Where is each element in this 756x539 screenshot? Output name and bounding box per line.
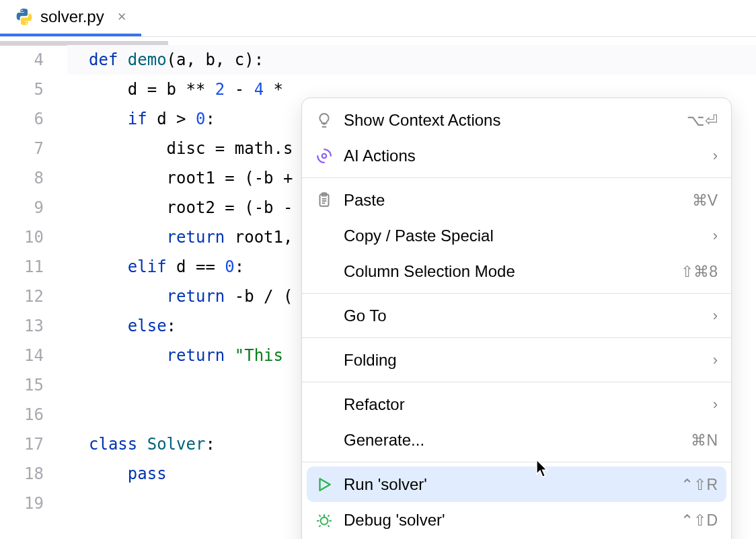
- line-number: 4: [0, 45, 44, 75]
- code-line[interactable]: def demo(a, b, c):: [67, 45, 756, 75]
- empty-icon: [314, 430, 334, 450]
- paste-icon: [314, 190, 334, 210]
- tab-bar: solver.py ×: [0, 0, 756, 37]
- menu-label: Column Selection Mode: [344, 257, 671, 286]
- line-number: 16: [0, 400, 44, 429]
- menu-shortcut: ⌃⇧D: [681, 505, 718, 535]
- line-number: 13: [0, 311, 44, 341]
- menu-shortcut: ⌥⏎: [687, 106, 718, 135]
- empty-icon: [314, 226, 334, 246]
- line-number: 7: [0, 134, 44, 163]
- menu-item-generate[interactable]: Generate...⌘N: [302, 422, 731, 458]
- menu-separator: [302, 293, 731, 294]
- menu-label: Debug 'solver': [344, 505, 671, 535]
- chevron-right-icon: ›: [713, 390, 718, 419]
- menu-label: Paste: [344, 185, 683, 215]
- run-icon: [314, 474, 334, 495]
- menu-item-ai-actions[interactable]: AI Actions›: [302, 138, 731, 173]
- menu-item-paste[interactable]: Paste⌘V: [302, 182, 731, 218]
- line-number: 19: [0, 489, 44, 518]
- menu-shortcut: ⌘N: [691, 425, 718, 455]
- python-icon: [15, 7, 34, 26]
- menu-item-show-context-actions[interactable]: Show Context Actions⌥⏎: [302, 102, 731, 138]
- close-tab-icon[interactable]: ×: [118, 9, 126, 24]
- line-number: 18: [0, 459, 44, 489]
- chevron-right-icon: ›: [713, 345, 718, 375]
- lightbulb-icon: [314, 110, 334, 130]
- ai-icon: [314, 146, 334, 166]
- menu-shortcut: ⇧⌘8: [681, 257, 718, 286]
- chevron-right-icon: ›: [713, 141, 718, 171]
- menu-label: Show Context Actions: [344, 106, 677, 135]
- line-number: 5: [0, 75, 44, 104]
- line-number: 11: [0, 252, 44, 282]
- menu-item-go-to[interactable]: Go To›: [302, 298, 731, 333]
- line-number: 14: [0, 341, 44, 370]
- tab-filename: solver.py: [40, 7, 104, 26]
- menu-label: Go To: [344, 301, 704, 331]
- chevron-right-icon: ›: [713, 221, 718, 251]
- menu-label: Copy / Paste Special: [344, 221, 704, 251]
- line-number: 10: [0, 222, 44, 252]
- menu-label: Generate...: [344, 425, 681, 455]
- menu-label: AI Actions: [344, 141, 704, 171]
- menu-item-column-selection-mode[interactable]: Column Selection Mode⇧⌘8: [302, 253, 731, 289]
- context-menu: Show Context Actions⌥⏎AI Actions›Paste⌘V…: [301, 97, 732, 539]
- line-number: 12: [0, 282, 44, 311]
- svg-point-6: [321, 517, 328, 524]
- menu-label: Run 'solver': [344, 470, 671, 499]
- menu-label: Refactor: [344, 390, 704, 419]
- line-number: 8: [0, 163, 44, 193]
- menu-item-run-solver[interactable]: Run 'solver'⌃⇧R: [307, 466, 726, 502]
- menu-shortcut: ⌃⇧R: [681, 470, 718, 499]
- line-number: 15: [0, 370, 44, 400]
- empty-icon: [314, 395, 334, 415]
- empty-icon: [314, 350, 334, 370]
- line-number: 6: [0, 104, 44, 134]
- menu-separator: [302, 462, 731, 462]
- line-gutter: 45678910111213141516171819: [0, 37, 67, 539]
- menu-item-copy-paste-special[interactable]: Copy / Paste Special›: [302, 218, 731, 253]
- debug-icon: [314, 510, 334, 530]
- empty-icon: [314, 261, 334, 282]
- menu-label: Folding: [344, 345, 704, 375]
- menu-separator: [302, 177, 731, 178]
- line-number: 9: [0, 193, 44, 222]
- menu-separator: [302, 382, 731, 382]
- empty-icon: [314, 306, 334, 326]
- svg-point-0: [322, 153, 327, 158]
- file-tab[interactable]: solver.py ×: [0, 0, 141, 36]
- menu-shortcut: ⌘V: [692, 185, 718, 215]
- menu-item-refactor[interactable]: Refactor›: [302, 386, 731, 422]
- line-number: 17: [0, 429, 44, 459]
- chevron-right-icon: ›: [713, 301, 718, 331]
- menu-item-folding[interactable]: Folding›: [302, 342, 731, 378]
- menu-separator: [302, 337, 731, 338]
- menu-item-debug-solver[interactable]: Debug 'solver'⌃⇧D: [302, 502, 731, 538]
- editor[interactable]: 45678910111213141516171819 def demo(a, b…: [0, 37, 756, 539]
